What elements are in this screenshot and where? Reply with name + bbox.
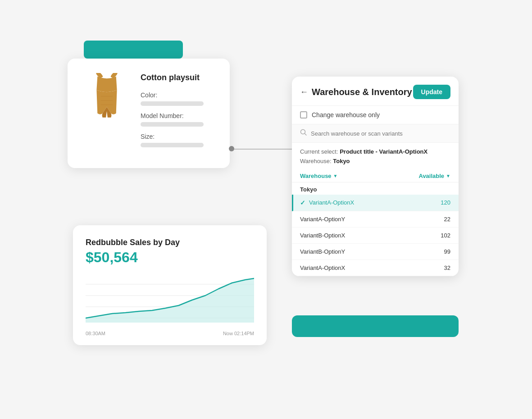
update-button[interactable]: Update (413, 85, 450, 99)
warehouse-search-bar[interactable] (292, 124, 459, 143)
change-warehouse-label: Change warehouse only (312, 111, 380, 118)
warehouse-header-left: ← Warehouse & Inventory (300, 87, 412, 97)
warehouse-col-warehouse[interactable]: Warehouse ▼ (300, 173, 338, 179)
warehouse-row-4[interactable]: VariantA-OptionX 32 (292, 260, 459, 276)
warehouse-panel-title: Warehouse & Inventory (312, 87, 412, 97)
warehouse-current-select: Current select: Product title - VariantA… (292, 143, 459, 168)
sales-amount: $50,564 (86, 249, 254, 266)
selected-checkmark: ✓ (300, 199, 305, 206)
warehouse-row-4-count: 32 (444, 264, 450, 271)
product-card: Cotton playsuit Color: Model Number: Siz… (68, 59, 230, 168)
teal-accent-bar-bottom (292, 315, 459, 337)
product-field-color: Color: (141, 91, 215, 106)
color-label: Color: (141, 91, 215, 99)
available-col-chevron: ▼ (446, 173, 450, 178)
warehouse-row-0[interactable]: ✓ VariantA-OptionX 120 (292, 195, 459, 211)
warehouse-row-1[interactable]: VariantA-OptionY 22 (292, 211, 459, 228)
warehouse-col-chevron: ▼ (333, 173, 338, 178)
change-warehouse-checkbox[interactable] (300, 111, 307, 118)
sales-chart-svg (86, 273, 254, 327)
warehouse-row-1-name: VariantA-OptionY (300, 216, 345, 223)
warehouse-group-label: Tokyo (292, 182, 459, 195)
warehouse-current-value: Tokyo (333, 158, 350, 164)
product-field-model: Model Number: (141, 112, 215, 127)
warehouse-row-2-name: VariantB-OptionX (300, 232, 345, 239)
color-bar (141, 101, 204, 106)
chart-area (86, 273, 254, 327)
warehouse-label: Warehouse: (300, 158, 332, 164)
playsuit-illustration (84, 73, 129, 145)
teal-accent-bar-top (84, 41, 183, 59)
current-select-label: Current select: (300, 148, 338, 155)
warehouse-row-2-count: 102 (441, 232, 450, 239)
product-image (82, 73, 132, 145)
connector-dot (229, 146, 234, 151)
warehouse-table-header: Warehouse ▼ Available ▼ (292, 168, 459, 182)
warehouse-row-0-count: 120 (441, 199, 450, 206)
sales-card: Redbubble Sales by Day $50,564 08:30AM N… (73, 225, 267, 345)
sales-title: Redbubble Sales by Day (86, 238, 254, 247)
product-title: Cotton playsuit (141, 73, 215, 82)
product-details: Cotton playsuit Color: Model Number: Siz… (141, 73, 215, 154)
current-select-value: Product title - VariantA-OptionX (340, 148, 427, 155)
warehouse-row-2[interactable]: VariantB-OptionX 102 (292, 228, 459, 244)
warehouse-header: ← Warehouse & Inventory Update (292, 77, 459, 106)
warehouse-panel: ← Warehouse & Inventory Update Change wa… (292, 77, 459, 276)
size-bar (141, 143, 204, 147)
model-bar (141, 122, 204, 127)
model-label: Model Number: (141, 112, 215, 119)
warehouse-row-3-count: 99 (444, 248, 450, 255)
scene: Cotton playsuit Color: Model Number: Siz… (0, 0, 532, 419)
chart-time-end: Now 02:14PM (223, 331, 254, 336)
warehouse-row-3[interactable]: VariantB-OptionY 99 (292, 244, 459, 260)
warehouse-row-1-count: 22 (444, 216, 450, 223)
warehouse-row-4-name: VariantA-OptionX (300, 264, 345, 271)
warehouse-row-0-name: ✓ VariantA-OptionX (300, 199, 354, 206)
svg-line-4 (305, 134, 307, 136)
connector-line (230, 149, 302, 150)
warehouse-row-3-name: VariantB-OptionY (300, 248, 345, 255)
warehouse-checkbox-row[interactable]: Change warehouse only (292, 106, 459, 124)
chart-time-start: 08:30AM (86, 331, 105, 336)
back-button[interactable]: ← (300, 87, 308, 97)
warehouse-search-input[interactable] (311, 130, 450, 137)
search-icon (300, 129, 307, 138)
warehouse-col-available[interactable]: Available ▼ (418, 173, 450, 179)
product-field-size: Size: (141, 133, 215, 147)
size-label: Size: (141, 133, 215, 140)
chart-times: 08:30AM Now 02:14PM (86, 331, 254, 336)
